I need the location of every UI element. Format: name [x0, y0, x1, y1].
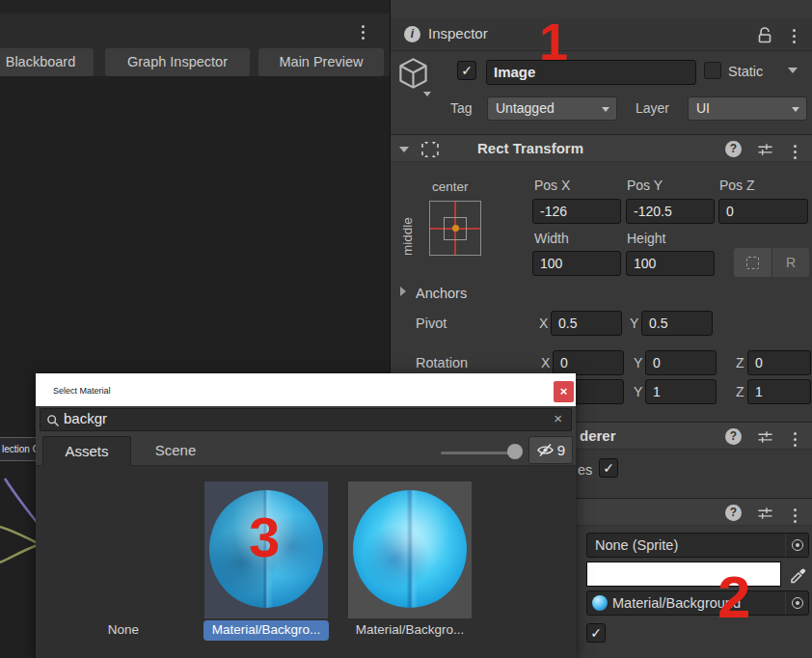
- search-input[interactable]: backgr ×: [40, 408, 572, 431]
- close-icon: ×: [560, 384, 568, 398]
- info-icon: i: [404, 26, 420, 42]
- layer-label: Layer: [636, 100, 669, 116]
- presets-icon[interactable]: [757, 506, 773, 521]
- material-item-selected[interactable]: Material/Backgro...: [203, 620, 329, 641]
- material-item-thumbnail[interactable]: [348, 481, 472, 618]
- pivot-x-axis-label: X: [539, 315, 548, 331]
- anchors-foldout[interactable]: Anchors: [416, 286, 467, 301]
- thumbnail-size-slider[interactable]: [441, 452, 516, 454]
- help-icon[interactable]: ?: [725, 141, 742, 157]
- rotation-label: Rotation: [416, 355, 468, 370]
- scale-y-axis-label: Y: [634, 384, 642, 399]
- graph-panel-toolbar: Blackboard Graph Inspector Main Preview: [0, 14, 390, 76]
- component-menu-icon[interactable]: [793, 430, 797, 449]
- pos-y-label: Pos Y: [627, 178, 663, 193]
- raw-edit-label: R: [786, 255, 796, 270]
- select-material-dialog: Select Material × backgr × Assets Scene: [36, 373, 576, 658]
- object-picker-button[interactable]: [785, 534, 808, 557]
- pos-x-field[interactable]: -126: [532, 199, 621, 224]
- gameobject-icon-caret[interactable]: [423, 92, 431, 96]
- tab-scene[interactable]: Scene: [131, 436, 220, 466]
- material-sphere-icon: [592, 595, 608, 611]
- width-field[interactable]: 100: [532, 251, 621, 276]
- cube-icon[interactable]: [395, 55, 431, 92]
- gameobject-name-field[interactable]: Image: [486, 60, 696, 85]
- hidden-count-toggle[interactable]: 9: [528, 436, 573, 464]
- material-field[interactable]: Material/Background: [586, 590, 809, 616]
- cull-transparent-checkbox[interactable]: ✓: [599, 458, 618, 478]
- picker-icon: [792, 597, 803, 609]
- raw-edit-button[interactable]: R: [771, 248, 809, 277]
- tag-dropdown[interactable]: Untagged: [487, 96, 617, 121]
- rotation-y-field[interactable]: 0: [645, 350, 717, 375]
- component-menu-icon[interactable]: [793, 507, 797, 525]
- active-checkbox[interactable]: ✓: [457, 61, 476, 80]
- check-icon: ✓: [461, 63, 473, 78]
- rect-transform-header[interactable]: Rect Transform ?: [391, 134, 812, 162]
- tab-assets[interactable]: Assets: [42, 436, 131, 466]
- search-icon: [46, 414, 60, 427]
- material-item[interactable]: Material/Backgro...: [348, 620, 472, 641]
- material-item-none[interactable]: None: [70, 620, 176, 641]
- rotation-y-axis-label: Y: [634, 355, 642, 370]
- dialog-search-row: backgr ×: [36, 406, 576, 433]
- pos-z-field[interactable]: 0: [718, 199, 808, 224]
- hidden-count: 9: [557, 442, 565, 458]
- clear-search-icon[interactable]: ×: [554, 410, 562, 426]
- graph-panel-menu-icon[interactable]: [361, 23, 365, 41]
- color-swatch[interactable]: [586, 562, 781, 587]
- tab-blackboard[interactable]: Blackboard: [0, 48, 94, 76]
- help-icon[interactable]: ?: [725, 505, 742, 521]
- presets-icon[interactable]: [757, 429, 773, 445]
- help-icon[interactable]: ?: [725, 428, 742, 445]
- raycast-target-checkbox[interactable]: ✓: [586, 623, 606, 643]
- eye-slash-icon: [536, 443, 555, 457]
- rect-transform-icon: [420, 140, 440, 159]
- pivot-y-axis-label: Y: [630, 315, 638, 331]
- rotation-z-field[interactable]: 0: [747, 350, 811, 375]
- tag-value: Untagged: [496, 100, 555, 116]
- tab-graph-inspector[interactable]: Graph Inspector: [105, 48, 250, 76]
- inspector-tab[interactable]: Inspector: [428, 25, 488, 41]
- picker-icon: [792, 539, 803, 551]
- object-picker-button[interactable]: [785, 591, 808, 615]
- pos-y-field[interactable]: -120.5: [626, 199, 715, 224]
- tab-label: Blackboard: [6, 54, 76, 69]
- pivot-label: Pivot: [416, 315, 447, 331]
- static-flags-caret[interactable]: [788, 68, 798, 73]
- pivot-x-field[interactable]: 0.5: [551, 311, 622, 336]
- presets-icon[interactable]: [757, 142, 773, 157]
- unity-editor-window: Layers Layout Blackboard Graph Inspector…: [0, 0, 812, 658]
- section-title-fragment: derer: [580, 427, 616, 444]
- chevron-down-icon: [602, 107, 609, 112]
- tab-main-preview[interactable]: Main Preview: [258, 48, 384, 76]
- height-field[interactable]: 100: [626, 251, 715, 276]
- section-title: Rect Transform: [477, 140, 583, 156]
- eyedropper-icon[interactable]: [789, 563, 807, 584]
- height-label: Height: [627, 231, 665, 246]
- scale-y-field[interactable]: 1: [645, 379, 717, 404]
- gameobject-header: ✓ Image Static Tag Untagged Layer UI: [391, 51, 812, 127]
- rotation-x-field[interactable]: 0: [553, 350, 624, 375]
- anchor-preset-widget[interactable]: [429, 201, 481, 256]
- static-checkbox[interactable]: [704, 62, 721, 79]
- layer-dropdown[interactable]: UI: [688, 96, 807, 121]
- dashed-rect-icon: [746, 257, 759, 269]
- search-value: backgr: [64, 410, 107, 426]
- slider-thumb[interactable]: [507, 444, 523, 459]
- rotation-z-axis-label: Z: [736, 355, 744, 370]
- blueprint-mode-button[interactable]: [734, 248, 771, 277]
- lock-open-icon[interactable]: [757, 26, 772, 43]
- close-button[interactable]: ×: [554, 381, 574, 402]
- foldout-open-icon[interactable]: [399, 147, 409, 152]
- foldout-closed-icon[interactable]: [400, 287, 406, 296]
- scale-z-axis-label: Z: [736, 384, 744, 399]
- component-menu-icon[interactable]: [793, 143, 797, 161]
- scale-z-field[interactable]: 1: [747, 379, 811, 404]
- dialog-titlebar[interactable]: Select Material ×: [36, 373, 576, 406]
- pivot-y-field[interactable]: 0.5: [641, 311, 713, 336]
- annotation-3: 3: [249, 509, 280, 565]
- pos-z-label: Pos Z: [719, 178, 755, 193]
- source-image-field[interactable]: None (Sprite): [586, 533, 809, 558]
- inspector-menu-icon[interactable]: [792, 27, 796, 45]
